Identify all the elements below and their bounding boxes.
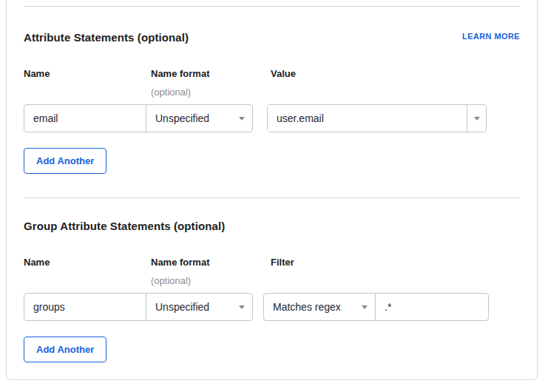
name-column-label: Name — [24, 68, 50, 79]
attribute-value-combo — [267, 104, 487, 132]
group-attribute-name-format-value: Unspecified — [155, 301, 209, 313]
attribute-name-format-select[interactable]: Unspecified — [146, 104, 253, 132]
chevron-down-icon — [239, 305, 245, 309]
group-filter-type-value: Matches regex — [273, 301, 341, 313]
group-attribute-statements-title: Group Attribute Statements (optional) — [24, 220, 225, 232]
name-format-column-label: Name format — [151, 68, 209, 79]
chevron-down-icon — [474, 117, 480, 121]
attribute-name-format-value: Unspecified — [155, 112, 209, 124]
section-divider — [24, 197, 520, 198]
value-column-label: Value — [271, 68, 296, 79]
group-attribute-statements-header: Group Attribute Statements (optional) — [24, 220, 520, 232]
filter-column-label: Filter — [271, 257, 294, 268]
chevron-down-icon — [362, 305, 368, 309]
group-attribute-name-input[interactable] — [24, 293, 146, 321]
group-attribute-name-format-select[interactable]: Unspecified — [146, 293, 253, 321]
group-filter-type-select[interactable]: Matches regex — [263, 293, 376, 321]
attribute-value-dropdown-button[interactable] — [467, 105, 486, 132]
name-column-label: Name — [24, 257, 50, 268]
name-format-optional-note: (optional) — [151, 87, 191, 98]
name-format-column-label: Name format — [151, 257, 209, 268]
saml-settings-card: Attribute Statements (optional) LEARN MO… — [6, 0, 538, 380]
attribute-statements-title: Attribute Statements (optional) — [24, 31, 189, 44]
group-filter-value-input[interactable] — [375, 293, 489, 321]
chevron-down-icon — [239, 117, 245, 121]
section-divider — [24, 6, 520, 7]
name-format-optional-note: (optional) — [151, 275, 191, 286]
add-another-group-attribute-button[interactable]: Add Another — [24, 337, 106, 362]
attribute-value-input[interactable] — [268, 105, 467, 132]
learn-more-link[interactable]: LEARN MORE — [462, 32, 520, 41]
add-another-attribute-button[interactable]: Add Another — [24, 148, 106, 174]
attribute-name-input[interactable] — [24, 104, 146, 132]
attribute-statements-header: Attribute Statements (optional) LEARN MO… — [24, 31, 520, 44]
